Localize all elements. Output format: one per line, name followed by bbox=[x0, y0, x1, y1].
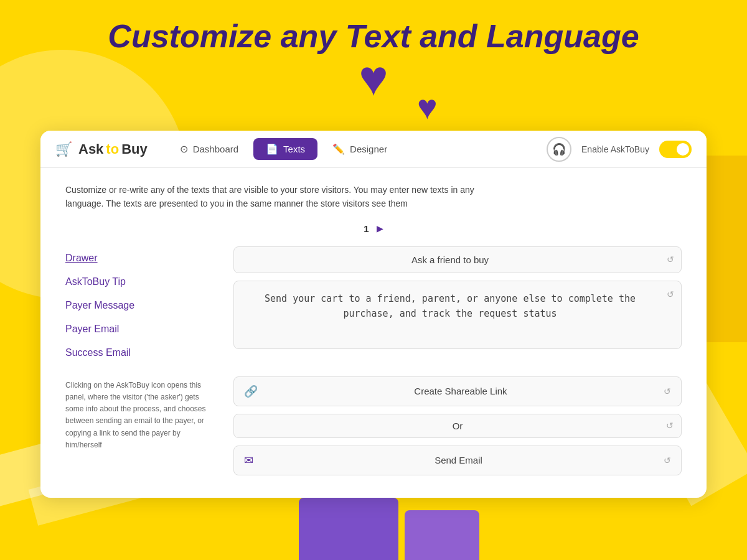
nav-right: 🎧 Enable AskToBuy bbox=[547, 137, 692, 162]
nav-texts[interactable]: 📄 Texts bbox=[253, 138, 317, 160]
designer-icon: ✏️ bbox=[332, 143, 345, 155]
nav-dashboard[interactable]: ⊙ Dashboard bbox=[167, 138, 251, 160]
spacer bbox=[233, 357, 682, 369]
page-title: Customize any Text and Language bbox=[0, 17, 747, 55]
nav-designer-label: Designer bbox=[350, 144, 387, 154]
cart-icon: 🛒 bbox=[55, 141, 72, 157]
support-button[interactable]: 🎧 bbox=[547, 137, 571, 162]
nav-dashboard-label: Dashboard bbox=[193, 144, 238, 154]
bg-purple-rect2 bbox=[405, 510, 479, 560]
or-label: Or bbox=[244, 421, 671, 431]
logo-to: to bbox=[106, 141, 119, 157]
main-card: 🛒 AsktoBuy ⊙ Dashboard 📄 Texts ✏️ Design… bbox=[40, 131, 707, 498]
shareable-link-label: Create Shareable Link bbox=[264, 386, 657, 396]
heart-icon-small: ♥ bbox=[417, 87, 438, 127]
nav-items: ⊙ Dashboard 📄 Texts ✏️ Designer bbox=[167, 138, 547, 160]
send-email-button[interactable]: ✉ Send Email ↺ bbox=[233, 446, 682, 475]
page-number: 1 bbox=[364, 223, 369, 234]
dashboard-icon: ⊙ bbox=[180, 143, 188, 155]
menu-item-payer-email[interactable]: Payer Email bbox=[65, 317, 209, 341]
navbar: 🛒 AsktoBuy ⊙ Dashboard 📄 Texts ✏️ Design… bbox=[40, 131, 707, 168]
bg-purple-rect bbox=[299, 498, 398, 560]
menu-item-asktobuy-tip[interactable]: AskToBuy Tip bbox=[65, 270, 209, 294]
link-icon: 🔗 bbox=[244, 385, 258, 398]
reset-or-icon[interactable]: ↺ bbox=[666, 421, 674, 431]
logo-ask: Ask bbox=[78, 141, 103, 157]
texts-icon: 📄 bbox=[266, 143, 278, 155]
menu-description: Clicking on the AskToBuy icon opens this… bbox=[65, 380, 209, 451]
send-email-label: Send Email bbox=[260, 455, 657, 465]
right-panel: ↺ ↺ 🔗 Create Shareable Link ↺ Or ↺ bbox=[233, 246, 682, 475]
pagination: 1 ▶ bbox=[65, 223, 682, 234]
email-icon: ✉ bbox=[244, 454, 253, 467]
nav-texts-label: Texts bbox=[283, 144, 305, 154]
menu-item-payer-message[interactable]: Payer Message bbox=[65, 294, 209, 317]
logo: 🛒 AsktoBuy bbox=[55, 141, 148, 157]
menu-item-success-email[interactable]: Success Email bbox=[65, 341, 209, 365]
enable-toggle[interactable] bbox=[659, 141, 692, 158]
menu-item-drawer[interactable]: Drawer bbox=[65, 246, 209, 270]
create-shareable-link-button[interactable]: 🔗 Create Shareable Link ↺ bbox=[233, 376, 682, 406]
reset-shareable-icon[interactable]: ↺ bbox=[664, 386, 671, 396]
or-row: Or ↺ bbox=[233, 414, 682, 438]
main-text-field-container: ↺ bbox=[233, 246, 682, 273]
multiline-text-input[interactable] bbox=[233, 281, 682, 349]
description-text: Customize or re-write any of the texts t… bbox=[65, 183, 501, 211]
left-menu: Drawer AskToBuy Tip Payer Message Payer … bbox=[65, 246, 209, 475]
main-text-input[interactable] bbox=[233, 246, 682, 273]
nav-designer[interactable]: ✏️ Designer bbox=[320, 138, 400, 160]
two-column-layout: Drawer AskToBuy Tip Payer Message Payer … bbox=[65, 246, 682, 475]
logo-buy: Buy bbox=[121, 141, 148, 157]
next-page-arrow[interactable]: ▶ bbox=[377, 223, 383, 233]
toggle-knob bbox=[677, 143, 689, 156]
reset-main-icon[interactable]: ↺ bbox=[667, 254, 674, 264]
content-area: Customize or re-write any of the texts t… bbox=[40, 168, 707, 498]
enable-label: Enable AskToBuy bbox=[581, 144, 649, 154]
reset-multiline-icon[interactable]: ↺ bbox=[667, 289, 674, 299]
multiline-text-field-container: ↺ bbox=[233, 281, 682, 349]
heart-icon-main: ♥ bbox=[359, 50, 388, 107]
reset-send-email-icon[interactable]: ↺ bbox=[664, 455, 671, 465]
